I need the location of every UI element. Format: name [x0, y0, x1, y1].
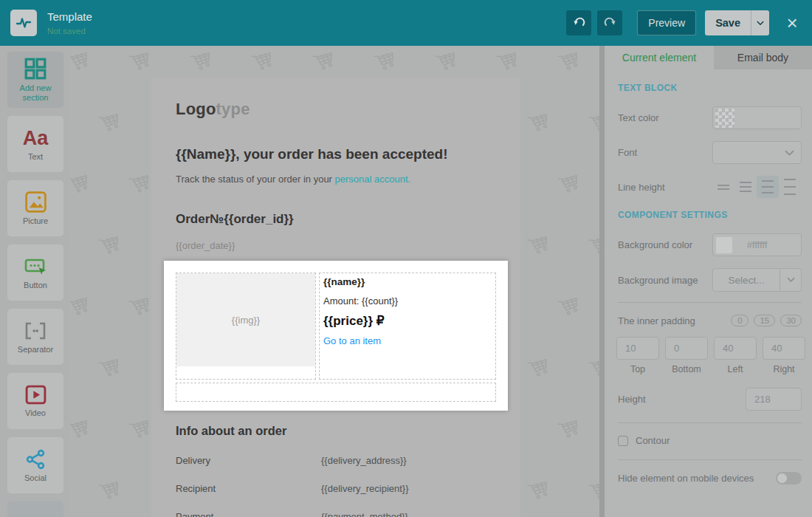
grid-icon [24, 57, 47, 81]
padding-bottom-input[interactable] [665, 337, 708, 360]
contour-checkbox[interactable] [618, 436, 628, 446]
button-icon [24, 256, 47, 278]
personal-account-link[interactable]: personal account. [335, 174, 411, 185]
email-heading-block[interactable]: {{Name}}, your order has been accepted! [176, 146, 496, 162]
padding-inputs: Top Bottom Left Right [616, 337, 802, 374]
product-image-cell[interactable]: {{img}} [176, 273, 316, 380]
font-select[interactable] [712, 141, 802, 164]
padding-preset-30[interactable]: 30 [780, 315, 802, 326]
toggle-knob [777, 473, 787, 483]
line-height-option-2[interactable] [734, 176, 757, 198]
go-to-item-link[interactable]: Go to an item [323, 335, 495, 346]
hide-mobile-toggle[interactable] [776, 472, 802, 485]
logo-text-block[interactable]: Logotype [176, 100, 496, 119]
info-row-recipient[interactable]: Recipient {{delivery_recipient}} [176, 483, 496, 494]
save-dropdown-button[interactable] [751, 10, 769, 35]
sidebar-item-button[interactable]: Button [7, 244, 63, 301]
canvas-scrollbar[interactable] [599, 46, 605, 517]
email-subtext-block[interactable]: Track the status of your order in your p… [176, 174, 496, 185]
line-height-option-3-selected[interactable] [757, 176, 779, 198]
sidebar-item-separator[interactable]: Separator [7, 309, 63, 365]
text-color-picker[interactable] [712, 106, 802, 129]
subtext: Track the status of your order in your [176, 174, 335, 185]
video-icon [24, 384, 47, 405]
sidebar-item-label: Text [10, 152, 61, 162]
line-height-option-1[interactable] [712, 176, 734, 198]
text-color-label: Text color [618, 112, 659, 123]
chevron-down-icon [787, 277, 795, 283]
tab-current-element[interactable]: Current element [605, 46, 714, 69]
padding-preset-0[interactable]: 0 [731, 315, 749, 326]
close-editor-button[interactable]: × [781, 10, 803, 35]
chevron-down-icon [757, 21, 764, 26]
share-icon [24, 448, 47, 470]
height-label: Height [618, 394, 646, 405]
height-input[interactable] [746, 388, 802, 411]
image-placeholder[interactable]: {{img}} [176, 273, 315, 366]
workspace: Logotype {{Name}}, your order has been a… [0, 46, 812, 517]
info-row-payment[interactable]: Payment {{payment_method}} [176, 511, 496, 517]
preview-button[interactable]: Preview [637, 10, 696, 35]
order-date-block[interactable]: {{order_date}} [176, 240, 496, 251]
save-button[interactable]: Save [705, 10, 751, 35]
chevron-down-icon [785, 150, 794, 157]
app-logo-icon [10, 10, 37, 36]
product-name[interactable]: {{name}} [323, 276, 495, 287]
padding-right-input[interactable] [763, 337, 805, 360]
sidebar-item-goods[interactable] [7, 501, 63, 517]
sidebar-item-label: Separator [10, 345, 61, 355]
info-value: {{delivery_recipient}} [321, 483, 409, 494]
padding-preset-15[interactable]: 15 [754, 315, 775, 326]
info-value: {{payment_method}} [321, 511, 408, 517]
line-height-label: Line height [618, 182, 665, 193]
info-heading-block[interactable]: Info about an order [176, 424, 496, 438]
font-label: Font [618, 147, 637, 158]
padding-bottom-caption: Bottom [665, 364, 708, 374]
padding-top-input[interactable] [616, 337, 659, 360]
sidebar-item-add-new-section[interactable]: Add new section [7, 52, 63, 108]
sidebar-item-label: Button [10, 281, 61, 290]
selected-section[interactable]: {{img}} {{name}} Amount: {{count}} {{pri… [164, 261, 508, 411]
sidebar-item-social[interactable]: Social [7, 437, 63, 493]
sidebar-item-picture[interactable]: Picture [7, 180, 63, 236]
sidebar-item-video[interactable]: Video [7, 373, 63, 429]
product-amount[interactable]: Amount: {{count}} [323, 295, 495, 307]
sidebar-item-text[interactable]: Aa Text [7, 116, 63, 172]
sidebar-item-label: Add new section [10, 83, 61, 103]
tab-email-body[interactable]: Email body [714, 46, 812, 69]
product-price[interactable]: {{price}} ₽ [323, 313, 495, 329]
panel-tabs: Current element Email body [605, 46, 812, 69]
info-value: {{delivery_address}} [321, 455, 407, 466]
info-label: Payment [176, 511, 321, 517]
transparent-swatch [715, 109, 734, 128]
component-settings-section-title: COMPONENT SETTINGS [618, 210, 802, 220]
line-height-option-4[interactable] [779, 176, 801, 198]
product-row: {{img}} {{name}} Amount: {{count}} {{pri… [176, 273, 496, 380]
redo-button[interactable] [597, 10, 622, 35]
line-height-options [712, 176, 802, 198]
background-image-select-button[interactable]: Select... [712, 268, 780, 292]
background-color-value: #ffffff [713, 234, 801, 256]
save-split-button: Save [705, 10, 769, 35]
order-number-block[interactable]: Order№{{order_id}} [176, 212, 496, 227]
product-text-cell[interactable]: {{name}} Amount: {{count}} {{price}} ₽ G… [319, 273, 496, 380]
sidebar-item-label: Picture [10, 216, 61, 226]
logo-bold: Logo [176, 100, 216, 118]
contour-label: Contour [636, 435, 670, 446]
template-title: Template [47, 10, 92, 23]
save-status: Not saved [47, 27, 86, 35]
padding-left-caption: Left [714, 364, 757, 374]
sidebar-item-label: Video [10, 408, 61, 418]
padding-left-input[interactable] [714, 337, 757, 360]
empty-text-row[interactable] [176, 383, 496, 402]
undo-icon [572, 16, 586, 30]
background-image-dropdown-button[interactable] [780, 268, 802, 292]
text-block-section-title: TEXT BLOCK [618, 83, 802, 93]
inner-padding-label: The inner padding [618, 315, 695, 326]
background-image-control: Select... [712, 268, 802, 292]
info-row-delivery[interactable]: Delivery {{delivery_address}} [176, 455, 496, 466]
background-color-input[interactable]: #ffffff [712, 233, 802, 256]
sidebar-item-label: Social [10, 473, 61, 483]
contour-checkbox-row[interactable]: Contour [618, 435, 802, 446]
undo-button[interactable] [566, 10, 591, 35]
